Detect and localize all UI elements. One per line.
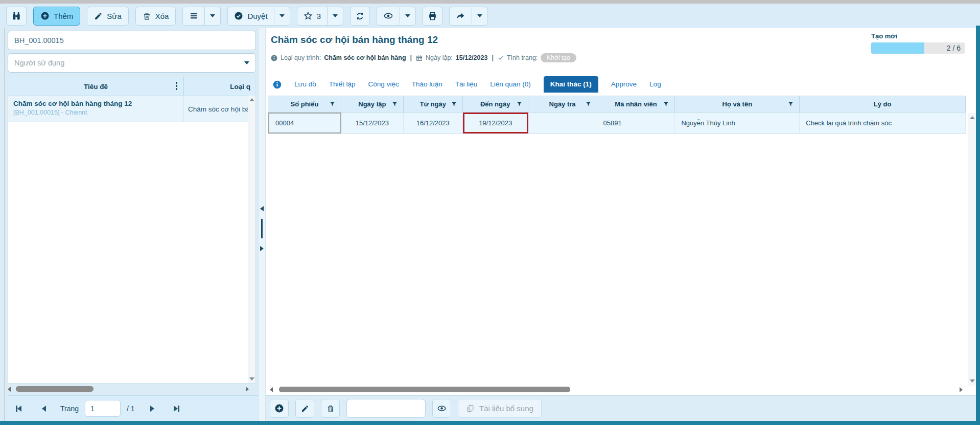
view-dropdown-button[interactable] [400,7,415,25]
table-horizontal-scrollbar[interactable] [270,386,963,394]
approve-button[interactable]: Duyệt [228,7,273,25]
tab-tai-lieu[interactable]: Tài liệu [455,80,478,93]
refresh-button[interactable] [350,7,370,26]
exploitation-table: Số phiếu Ngày lập Từ ngày Đến ngày Ngày … [266,96,976,386]
scrollbar-thumb[interactable] [279,387,570,392]
cell-ngay-tra[interactable] [528,113,597,133]
cell-ngay-lap[interactable]: 15/12/2023 [341,113,404,133]
last-page-icon [174,406,178,412]
record-list-item[interactable]: Chăm sóc cơ hội bán hàng tháng 12 [BH_00… [8,96,255,122]
cell-tu-ngay[interactable]: 16/12/2023 [404,113,463,133]
tab-log[interactable]: Log [649,80,661,93]
scroll-down-icon[interactable] [970,379,975,383]
view-button[interactable] [377,7,400,25]
row-search-input[interactable] [346,399,426,418]
record-list-header: Tiêu đề Loại q [8,77,255,96]
add-button[interactable]: Thêm [33,7,80,26]
kebab-icon[interactable] [176,82,178,90]
cell-den-ngay-highlighted[interactable]: 19/12/2023 [463,113,528,133]
cell-ly-do[interactable]: Check lại quá trình chăm sóc [800,113,966,133]
delete-row-button[interactable] [321,399,340,418]
record-item-main: Chăm sóc cơ hội bán hàng tháng 12 [BH_00… [8,96,184,122]
scroll-up-icon[interactable] [249,98,254,101]
column-header-den-ngay[interactable]: Đến ngày [463,96,528,112]
filter-icon[interactable] [585,101,592,109]
cell-ho-va-ten[interactable]: Nguyễn Thùy Linh [675,113,800,133]
splitter-handle[interactable] [261,219,263,238]
previous-page-button[interactable] [42,406,46,412]
approve-dropdown-button[interactable] [274,7,290,25]
tab-luu-do[interactable]: Lưu đồ [294,80,316,93]
check-circle-icon [234,11,243,20]
filter-icon[interactable] [329,101,336,109]
collapse-right-icon[interactable] [260,246,264,251]
tab-lien-quan[interactable]: Liên quan (0) [490,80,531,93]
record-item-title: Chăm sóc cơ hội bán hàng tháng 12 [13,100,178,107]
column-header-type[interactable]: Loại q [184,77,255,96]
page-number-input[interactable] [85,400,121,417]
info-tab-icon[interactable] [273,80,282,89]
filter-icon[interactable] [451,101,457,109]
column-header-ngay-tra[interactable]: Ngày trả [528,96,597,112]
delete-button[interactable]: Xóa [135,7,176,26]
tab-approve[interactable]: Approve [611,80,637,93]
print-button[interactable] [423,7,442,26]
forward-button[interactable] [450,7,472,25]
filter-icon[interactable] [787,101,794,109]
scroll-up-icon[interactable] [970,116,975,119]
cell-ma-nhan-vien[interactable]: 05891 [597,113,675,133]
tab-thiet-lap[interactable]: Thiết lập [329,80,356,93]
tab-khai-thac[interactable]: Khai thác (1) [544,76,598,93]
user-filter-dropdown-button[interactable] [239,54,255,72]
cell-so-phieu[interactable]: 00004 [268,113,341,133]
scrollbar-thumb[interactable] [16,386,94,392]
record-item-code: [BH_001.00015] - Chiennt [13,109,178,116]
forward-dropdown-button[interactable] [472,7,487,25]
panel-splitter[interactable] [258,28,266,421]
filter-icon[interactable] [516,101,523,109]
column-header-ma-nhan-vien[interactable]: Mã nhân viên [597,96,675,112]
column-header-title[interactable]: Tiêu đề [8,77,184,96]
record-code-input[interactable] [8,31,256,50]
column-header-ngay-lap[interactable]: Ngày lập [341,96,404,112]
table-vertical-scrollbar[interactable] [968,113,976,386]
table-row[interactable]: 00004 15/12/2023 16/12/2023 19/12/2023 0… [268,113,966,134]
first-page-button[interactable] [16,406,21,412]
column-header-ho-va-ten[interactable]: Họ và tên [675,96,800,112]
menu-dropdown-button[interactable] [204,7,220,25]
separator: | [491,54,495,61]
column-header-so-phieu[interactable]: Số phiếu [268,96,341,112]
menu-button[interactable] [183,7,204,25]
favorite-button[interactable]: 3 [297,7,327,25]
next-page-button[interactable] [150,406,154,412]
previous-page-icon [42,406,46,412]
search-button[interactable] [6,7,27,26]
supplementary-documents-button[interactable]: Tài liệu bổ sung [458,399,542,418]
tab-thao-luan[interactable]: Thảo luận [412,80,442,93]
add-row-button[interactable] [270,399,289,418]
filter-icon[interactable] [391,101,398,109]
column-header-tu-ngay[interactable]: Từ ngày [404,96,463,112]
scroll-left-icon[interactable] [8,387,11,392]
record-list-horizontal-scrollbar[interactable] [8,385,249,393]
edit-button[interactable]: Sửa [87,7,128,26]
filter-icon[interactable] [663,101,669,109]
collapse-left-icon[interactable] [260,206,264,211]
scroll-left-icon[interactable] [270,387,273,392]
user-filter-input[interactable] [8,53,256,73]
scroll-right-icon[interactable] [246,387,249,392]
last-page-button[interactable] [174,406,179,412]
edit-row-button[interactable] [295,399,314,418]
tab-cong-viec[interactable]: Công việc [368,80,399,93]
column-label: Từ ngày [420,100,446,108]
scroll-right-icon[interactable] [960,387,963,392]
record-list-vertical-scrollbar[interactable] [248,96,255,383]
view-split-button [377,7,416,26]
favorite-dropdown-button[interactable] [327,7,343,25]
column-label: Lý do [874,100,892,108]
column-header-ly-do[interactable]: Lý do [800,96,966,112]
scroll-down-icon[interactable] [249,377,254,381]
view-row-button[interactable] [432,399,451,418]
status-label: Tình trạng: [507,54,538,61]
copy-icon [466,404,475,413]
